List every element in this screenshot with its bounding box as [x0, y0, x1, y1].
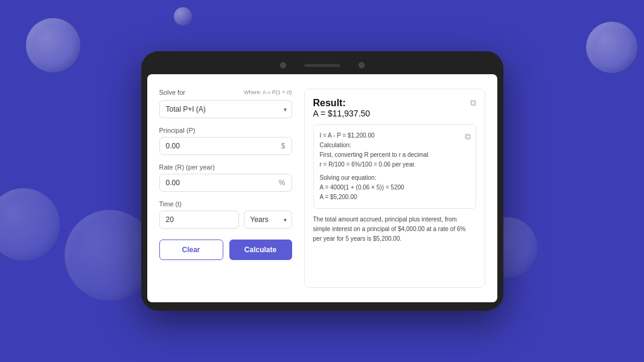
- calculate-button[interactable]: Calculate: [229, 240, 292, 260]
- rate-input-wrapper: %: [159, 174, 292, 192]
- solve-for-group: Solve for Where: A = P(1 + rt) Total P+I…: [159, 89, 292, 118]
- copy-detail-icon[interactable]: ⧉: [465, 130, 471, 143]
- button-row: Clear Calculate: [159, 240, 292, 260]
- percent-suffix: %: [279, 179, 285, 187]
- tablet-screen: Solve for Where: A = P(1 + rt) Total P+I…: [147, 74, 497, 302]
- detail-line-8: A = $5,200.00: [320, 192, 470, 202]
- tablet-top-bar: [280, 62, 365, 68]
- result-explanation: The total amount accrued, principal plus…: [313, 215, 476, 244]
- dollar-suffix: $: [281, 142, 285, 150]
- bubble-1: [26, 18, 80, 72]
- copy-result-icon[interactable]: ⧉: [470, 98, 476, 108]
- rate-input[interactable]: [160, 174, 292, 191]
- camera-icon: [280, 62, 286, 68]
- formula-label: Where: A = P(1 + rt): [244, 89, 292, 95]
- detail-line-2: Calculation:: [320, 141, 470, 150]
- result-title-group: Result: A = $11,937.50: [313, 98, 371, 118]
- detail-line-6: Solving our equation:: [320, 173, 470, 183]
- bubble-3: [586, 22, 637, 73]
- time-input-wrapper: [159, 211, 239, 229]
- mic-icon: [359, 62, 365, 68]
- result-detail-box: ⧉ I = A - P = $1,200.00 Calculation: Fir…: [313, 124, 476, 209]
- solve-for-select[interactable]: Total P+I (A) Principal (P) Rate (R) Tim…: [160, 101, 292, 118]
- result-panel: Result: A = $11,937.50 ⧉ ⧉ I = A - P = $…: [304, 89, 485, 288]
- time-group: Time (t) Years Months Days ▾: [159, 200, 292, 229]
- detail-line-4: r = R/100 = 6%/100 = 0.06 per year.: [320, 160, 470, 170]
- time-input[interactable]: [160, 211, 238, 228]
- principal-input[interactable]: [160, 138, 292, 154]
- time-label: Time (t): [159, 200, 292, 208]
- detail-line-1: I = A - P = $1,200.00: [320, 131, 470, 141]
- time-row: Years Months Days ▾: [159, 211, 292, 229]
- principal-group: Principal (P) $: [159, 127, 292, 155]
- bubble-4: [0, 188, 60, 261]
- principal-input-wrapper: $: [159, 137, 292, 155]
- time-unit-select-wrapper[interactable]: Years Months Days ▾: [244, 211, 292, 229]
- result-title: Result:: [313, 98, 371, 109]
- detail-line-7: A = 4000(1 + (0.06 × 5)) = 5200: [320, 183, 470, 192]
- clear-button[interactable]: Clear: [159, 240, 223, 260]
- result-value: A = $11,937.50: [313, 109, 371, 118]
- rate-group: Rate (R) (per year) %: [159, 164, 292, 192]
- principal-label: Principal (P): [159, 127, 292, 134]
- calculator-panel: Solve for Where: A = P(1 + rt) Total P+I…: [159, 89, 292, 288]
- detail-line-3: First, converting R percent to r a decim…: [320, 150, 470, 160]
- bubble-2: [174, 7, 192, 25]
- tablet-frame: Solve for Where: A = P(1 + rt) Total P+I…: [141, 51, 503, 311]
- solve-for-select-wrapper[interactable]: Total P+I (A) Principal (P) Rate (R) Tim…: [159, 100, 292, 118]
- speaker-icon: [304, 64, 340, 67]
- time-unit-select[interactable]: Years Months Days: [244, 211, 292, 228]
- rate-label: Rate (R) (per year): [159, 164, 292, 171]
- result-header: Result: A = $11,937.50 ⧉: [313, 98, 476, 118]
- solve-for-label: Solve for: [159, 89, 185, 96]
